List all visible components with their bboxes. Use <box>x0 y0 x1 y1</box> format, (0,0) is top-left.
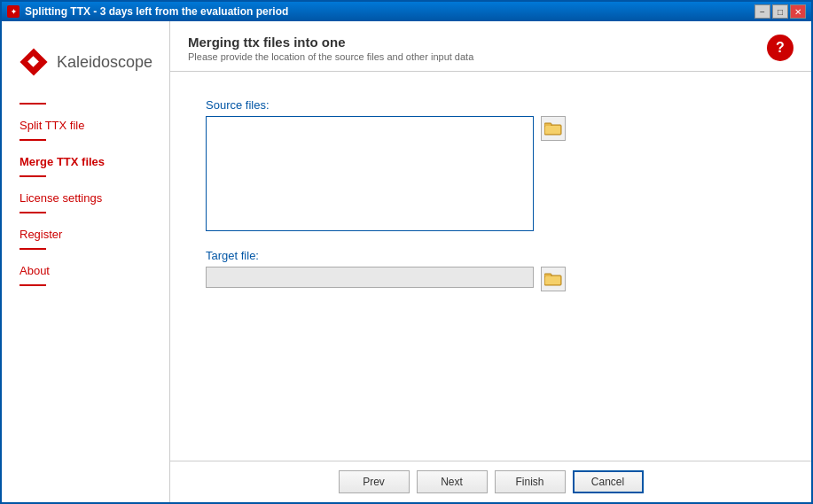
form-area: Source files: Target <box>170 72 811 461</box>
target-file-browse-button[interactable] <box>541 267 566 291</box>
prev-button[interactable]: Prev <box>339 470 410 493</box>
source-files-input[interactable] <box>206 116 534 231</box>
sidebar-divider-1 <box>20 103 46 105</box>
target-file-label: Target file: <box>206 249 776 262</box>
cancel-button[interactable]: Cancel <box>573 470 644 493</box>
maximize-button[interactable]: □ <box>772 4 788 19</box>
main-window: ✦ Splitting TTX - 3 days left from the e… <box>0 0 813 504</box>
logo-text: Kaleidoscope <box>57 53 152 72</box>
title-bar: ✦ Splitting TTX - 3 days left from the e… <box>2 2 811 21</box>
sidebar-item-merge-ttx[interactable]: Merge TTX files <box>2 148 169 175</box>
header-text: Merging ttx files into one Please provid… <box>188 35 473 62</box>
sidebar-divider-6 <box>20 284 46 286</box>
target-file-row <box>206 267 776 291</box>
logo-area: Kaleidoscope <box>2 39 169 103</box>
sidebar-item-about[interactable]: About <box>2 257 169 284</box>
logo-icon <box>20 48 48 76</box>
page-title: Merging ttx files into one <box>188 35 473 50</box>
source-files-row <box>206 116 776 231</box>
title-bar-left: ✦ Splitting TTX - 3 days left from the e… <box>7 5 288 18</box>
source-files-browse-button[interactable] <box>541 116 566 141</box>
next-button[interactable]: Next <box>417 470 488 493</box>
source-files-group: Source files: <box>206 98 776 231</box>
content-footer: Prev Next Finish Cancel <box>170 461 811 502</box>
sidebar-divider-5 <box>20 248 46 250</box>
svg-rect-5 <box>545 276 560 284</box>
sidebar-item-license[interactable]: License settings <box>2 184 169 212</box>
main-content: Kaleidoscope Split TTX file Merge TTX fi… <box>2 21 811 502</box>
sidebar-item-register[interactable]: Register <box>2 221 169 248</box>
sidebar-divider-3 <box>20 175 46 177</box>
sidebar: Kaleidoscope Split TTX file Merge TTX fi… <box>2 21 170 502</box>
target-file-group: Target file: <box>206 249 776 291</box>
help-button[interactable]: ? <box>767 35 793 61</box>
sidebar-divider-2 <box>20 139 46 141</box>
content-panel: Merging ttx files into one Please provid… <box>170 21 811 502</box>
folder-icon <box>544 121 562 136</box>
source-files-label: Source files: <box>206 98 776 112</box>
folder-icon-2 <box>544 272 562 286</box>
svg-rect-2 <box>545 126 560 134</box>
target-file-input[interactable] <box>206 267 534 288</box>
page-subtitle: Please provide the location of the sourc… <box>188 51 473 62</box>
title-buttons: − □ ✕ <box>754 4 806 19</box>
sidebar-item-split-ttx[interactable]: Split TTX file <box>2 112 169 139</box>
content-header: Merging ttx files into one Please provid… <box>170 21 811 72</box>
close-button[interactable]: ✕ <box>790 4 806 19</box>
finish-button[interactable]: Finish <box>495 470 566 493</box>
app-icon: ✦ <box>7 5 20 18</box>
minimize-button[interactable]: − <box>754 4 770 19</box>
sidebar-divider-4 <box>20 212 46 213</box>
window-title: Splitting TTX - 3 days left from the eva… <box>25 5 288 18</box>
